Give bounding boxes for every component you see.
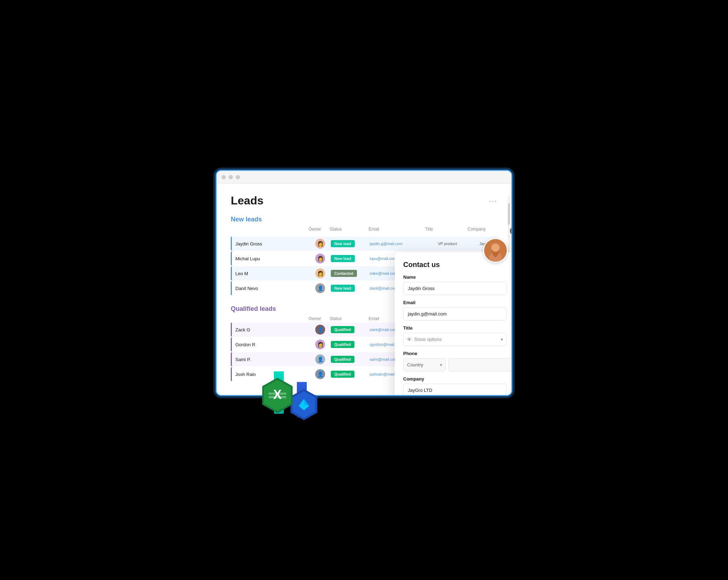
col-header-add: + [510,227,511,235]
contact-avatar [483,238,508,263]
scrollbar-thumb[interactable] [508,203,510,225]
name-field-group: Name [403,274,506,295]
title-field-group: Title 👁 Show options ▾ [403,325,506,346]
qlead-avatar: 👤 [310,325,331,335]
col-header-owner: Owner [309,227,330,235]
eye-icon: 👁 [407,337,412,342]
country-select-wrapper: Country ▾ [403,358,446,371]
dot-3 [236,175,240,179]
lead-name: Leo M [232,271,310,276]
new-leads-header: Owner Status Email Title Company + [231,227,497,237]
status-badge: Qualified [331,371,354,378]
col-header-title: Title [425,227,468,235]
lead-avatar: 👩 [310,268,331,278]
lead-status: Contacted [331,270,370,277]
browser-window: Leads ··· New leads Owner Status Email T… [216,170,512,396]
col-header-company: Company [468,227,510,235]
qlead-status: Qualified [331,356,370,363]
company-field-group: Company [403,376,506,396]
svg-rect-7 [269,393,286,395]
lead-avatar: 👩 [310,254,331,263]
status-badge: Qualified [331,341,354,348]
lead-name: Danit Nevo [232,286,310,291]
lead-avatar: 👤 [310,283,331,293]
dot-2 [229,175,233,179]
lead-status: New lead [331,285,370,292]
avatar-circle: 👩 [315,340,325,349]
more-menu-button[interactable]: ··· [489,197,497,205]
qlead-status: Qualified [331,341,370,348]
phone-input[interactable] [448,358,512,371]
page-title: Leads [231,194,263,207]
email-input[interactable] [403,307,506,320]
qlead-avatar: 👤 [310,354,331,364]
qual-col-header-status: Status [330,316,369,321]
browser-titlebar [217,171,511,184]
qlead-status: Qualified [331,371,370,378]
qlead-avatar: 👩 [310,340,331,349]
status-badge: Contacted [331,270,357,277]
title-label: Title [403,325,506,331]
phone-field-group: Phone Country ▾ [403,351,506,371]
phone-row: Country ▾ [403,358,506,371]
status-badge: New lead [331,285,355,292]
avatar-circle: 👤 [315,325,325,335]
dot-1 [222,175,226,179]
qlead-avatar: 👤 [310,369,331,379]
avatar-circle: 👩 [315,239,325,249]
qlead-name: Josh Rain [232,372,310,377]
status-badge: New lead [331,240,355,247]
lead-title: VP product [426,242,469,246]
avatar-circle: 👤 [315,369,325,379]
qual-col-header-name [231,316,309,321]
title-select[interactable]: Show options [403,333,506,346]
status-badge: New lead [331,255,355,262]
lead-status: New lead [331,255,370,262]
lead-name: Michal Lupu [232,256,310,261]
qual-col-header-owner: Owner [309,316,330,321]
avatar-circle: 👩 [315,268,325,278]
contact-panel: Contact us Name Email Title 👁 Show optio… [395,252,512,396]
name-label: Name [403,274,506,280]
col-header-status: Status [330,227,369,235]
status-badge: Qualified [331,356,354,363]
avatar-circle: 👤 [315,283,325,293]
col-header-name [231,227,309,235]
app-badge [290,388,318,421]
country-select[interactable]: Country [403,358,446,371]
new-lead-row[interactable]: Jaydin Gross 👩 New lead jaydin.g@mail.co… [231,237,497,251]
avatar-circle: 👤 [315,354,325,364]
excel-badge: X [262,377,293,414]
qlead-status: Qualified [331,326,370,333]
new-leads-title: New leads [231,216,497,223]
qlead-name: Sami P. [232,357,310,362]
name-input[interactable] [403,282,506,295]
phone-label: Phone [403,351,506,356]
svg-rect-8 [269,396,286,398]
add-column-button[interactable]: + [510,227,511,235]
company-label: Company [403,376,506,382]
lead-name: Jaydin Gross [232,241,310,246]
title-select-wrapper: 👁 Show options ▾ [403,333,506,346]
col-header-email: Email [369,227,425,235]
qlead-name: Gordon R [232,342,310,347]
status-badge: Qualified [331,326,354,333]
qlead-name: Zack G [232,327,310,332]
page-header: Leads ··· [231,194,497,207]
lead-status: New lead [331,240,370,247]
email-field-group: Email [403,300,506,320]
lead-email: jaydin.g@mail.com [370,242,426,246]
avatar-circle: 👩 [315,254,325,263]
email-label: Email [403,300,506,305]
lead-avatar: 👩 [310,239,331,249]
company-input[interactable] [403,384,506,396]
